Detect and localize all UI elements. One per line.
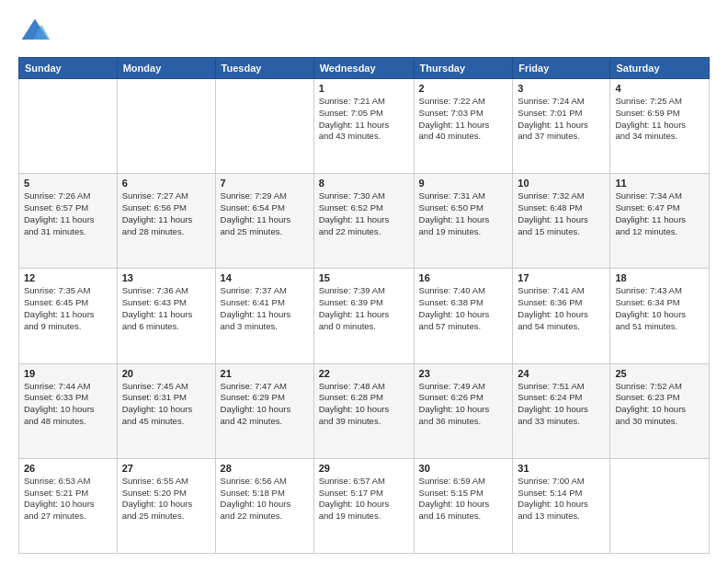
day-info: Sunrise: 6:59 AM Sunset: 5:15 PM Dayligh…	[419, 476, 508, 523]
day-number: 11	[615, 178, 704, 189]
day-cell: 5Sunrise: 7:26 AM Sunset: 6:57 PM Daylig…	[19, 174, 118, 269]
day-cell: 19Sunrise: 7:44 AM Sunset: 6:33 PM Dayli…	[19, 363, 118, 458]
day-info: Sunrise: 7:34 AM Sunset: 6:47 PM Dayligh…	[615, 190, 704, 237]
logo	[18, 15, 55, 48]
day-number: 19	[24, 368, 112, 379]
day-info: Sunrise: 6:55 AM Sunset: 5:20 PM Dayligh…	[122, 476, 210, 523]
day-number: 4	[615, 83, 704, 94]
day-cell: 16Sunrise: 7:40 AM Sunset: 6:38 PM Dayli…	[414, 269, 513, 363]
header	[18, 15, 710, 48]
day-number: 22	[319, 368, 409, 379]
day-number: 5	[24, 178, 112, 189]
weekday-header-thursday: Thursday	[414, 58, 513, 79]
day-cell: 20Sunrise: 7:45 AM Sunset: 6:31 PM Dayli…	[117, 363, 215, 458]
weekday-header-friday: Friday	[513, 58, 610, 79]
day-info: Sunrise: 7:00 AM Sunset: 5:14 PM Dayligh…	[518, 476, 605, 523]
day-number: 26	[24, 463, 112, 474]
day-cell: 26Sunrise: 6:53 AM Sunset: 5:21 PM Dayli…	[19, 458, 118, 553]
week-row-2: 5Sunrise: 7:26 AM Sunset: 6:57 PM Daylig…	[19, 174, 710, 269]
day-number: 1	[319, 83, 409, 94]
day-cell	[117, 79, 215, 174]
day-info: Sunrise: 7:26 AM Sunset: 6:57 PM Dayligh…	[24, 190, 112, 237]
day-cell	[215, 79, 313, 174]
day-cell: 7Sunrise: 7:29 AM Sunset: 6:54 PM Daylig…	[215, 174, 313, 269]
day-cell: 24Sunrise: 7:51 AM Sunset: 6:24 PM Dayli…	[513, 363, 610, 458]
day-cell: 22Sunrise: 7:48 AM Sunset: 6:28 PM Dayli…	[313, 363, 414, 458]
day-info: Sunrise: 7:37 AM Sunset: 6:41 PM Dayligh…	[221, 285, 309, 332]
day-cell: 6Sunrise: 7:27 AM Sunset: 6:56 PM Daylig…	[117, 174, 215, 269]
day-number: 9	[419, 178, 508, 189]
day-info: Sunrise: 7:22 AM Sunset: 7:03 PM Dayligh…	[419, 96, 508, 143]
day-number: 6	[122, 178, 210, 189]
weekday-header-tuesday: Tuesday	[215, 58, 313, 79]
day-number: 21	[221, 368, 309, 379]
day-cell: 14Sunrise: 7:37 AM Sunset: 6:41 PM Dayli…	[215, 269, 313, 363]
day-info: Sunrise: 7:41 AM Sunset: 6:36 PM Dayligh…	[518, 285, 605, 332]
day-info: Sunrise: 7:48 AM Sunset: 6:28 PM Dayligh…	[319, 381, 409, 428]
day-number: 24	[518, 368, 605, 379]
day-number: 23	[419, 368, 508, 379]
weekday-header-monday: Monday	[117, 58, 215, 79]
day-info: Sunrise: 7:29 AM Sunset: 6:54 PM Dayligh…	[221, 190, 309, 237]
day-number: 13	[122, 272, 210, 283]
day-cell: 21Sunrise: 7:47 AM Sunset: 6:29 PM Dayli…	[215, 363, 313, 458]
day-info: Sunrise: 7:21 AM Sunset: 7:05 PM Dayligh…	[319, 96, 409, 143]
day-info: Sunrise: 7:25 AM Sunset: 6:59 PM Dayligh…	[615, 96, 704, 143]
day-info: Sunrise: 7:36 AM Sunset: 6:43 PM Dayligh…	[122, 285, 210, 332]
day-number: 2	[419, 83, 508, 94]
weekday-header-row: SundayMondayTuesdayWednesdayThursdayFrid…	[19, 58, 710, 79]
day-cell: 12Sunrise: 7:35 AM Sunset: 6:45 PM Dayli…	[19, 269, 118, 363]
day-info: Sunrise: 7:40 AM Sunset: 6:38 PM Dayligh…	[419, 285, 508, 332]
day-number: 10	[518, 178, 605, 189]
day-cell: 3Sunrise: 7:24 AM Sunset: 7:01 PM Daylig…	[513, 79, 610, 174]
week-row-3: 12Sunrise: 7:35 AM Sunset: 6:45 PM Dayli…	[19, 269, 710, 363]
day-cell: 15Sunrise: 7:39 AM Sunset: 6:39 PM Dayli…	[313, 269, 414, 363]
day-number: 12	[24, 272, 112, 283]
day-info: Sunrise: 7:31 AM Sunset: 6:50 PM Dayligh…	[419, 190, 508, 237]
day-info: Sunrise: 7:30 AM Sunset: 6:52 PM Dayligh…	[319, 190, 409, 237]
day-number: 27	[122, 463, 210, 474]
day-cell: 25Sunrise: 7:52 AM Sunset: 6:23 PM Dayli…	[610, 363, 710, 458]
week-row-1: 1Sunrise: 7:21 AM Sunset: 7:05 PM Daylig…	[19, 79, 710, 174]
week-row-4: 19Sunrise: 7:44 AM Sunset: 6:33 PM Dayli…	[19, 363, 710, 458]
day-cell: 4Sunrise: 7:25 AM Sunset: 6:59 PM Daylig…	[610, 79, 710, 174]
day-cell: 10Sunrise: 7:32 AM Sunset: 6:48 PM Dayli…	[513, 174, 610, 269]
day-info: Sunrise: 7:32 AM Sunset: 6:48 PM Dayligh…	[518, 190, 605, 237]
day-cell: 2Sunrise: 7:22 AM Sunset: 7:03 PM Daylig…	[414, 79, 513, 174]
day-info: Sunrise: 6:53 AM Sunset: 5:21 PM Dayligh…	[24, 476, 112, 523]
day-number: 29	[319, 463, 409, 474]
weekday-header-saturday: Saturday	[610, 58, 710, 79]
day-cell: 29Sunrise: 6:57 AM Sunset: 5:17 PM Dayli…	[313, 458, 414, 553]
day-number: 7	[221, 178, 309, 189]
day-info: Sunrise: 7:49 AM Sunset: 6:26 PM Dayligh…	[419, 381, 508, 428]
day-number: 14	[221, 272, 309, 283]
day-cell: 28Sunrise: 6:56 AM Sunset: 5:18 PM Dayli…	[215, 458, 313, 553]
day-info: Sunrise: 6:56 AM Sunset: 5:18 PM Dayligh…	[221, 476, 309, 523]
weekday-header-sunday: Sunday	[19, 58, 118, 79]
day-cell: 30Sunrise: 6:59 AM Sunset: 5:15 PM Dayli…	[414, 458, 513, 553]
day-info: Sunrise: 7:51 AM Sunset: 6:24 PM Dayligh…	[518, 381, 605, 428]
day-cell: 23Sunrise: 7:49 AM Sunset: 6:26 PM Dayli…	[414, 363, 513, 458]
day-cell: 8Sunrise: 7:30 AM Sunset: 6:52 PM Daylig…	[313, 174, 414, 269]
day-info: Sunrise: 7:44 AM Sunset: 6:33 PM Dayligh…	[24, 381, 112, 428]
day-info: Sunrise: 7:52 AM Sunset: 6:23 PM Dayligh…	[615, 381, 704, 428]
day-info: Sunrise: 7:39 AM Sunset: 6:39 PM Dayligh…	[319, 285, 409, 332]
weekday-header-wednesday: Wednesday	[313, 58, 414, 79]
generalblue-logo-icon	[18, 15, 51, 48]
day-number: 25	[615, 368, 704, 379]
day-info: Sunrise: 7:27 AM Sunset: 6:56 PM Dayligh…	[122, 190, 210, 237]
week-row-5: 26Sunrise: 6:53 AM Sunset: 5:21 PM Dayli…	[19, 458, 710, 553]
day-cell: 17Sunrise: 7:41 AM Sunset: 6:36 PM Dayli…	[513, 269, 610, 363]
day-cell: 27Sunrise: 6:55 AM Sunset: 5:20 PM Dayli…	[117, 458, 215, 553]
day-cell: 1Sunrise: 7:21 AM Sunset: 7:05 PM Daylig…	[313, 79, 414, 174]
day-cell: 31Sunrise: 7:00 AM Sunset: 5:14 PM Dayli…	[513, 458, 610, 553]
day-cell	[19, 79, 118, 174]
day-number: 31	[518, 463, 605, 474]
day-number: 18	[615, 272, 704, 283]
day-number: 30	[419, 463, 508, 474]
day-info: Sunrise: 7:47 AM Sunset: 6:29 PM Dayligh…	[221, 381, 309, 428]
day-number: 28	[221, 463, 309, 474]
day-info: Sunrise: 7:45 AM Sunset: 6:31 PM Dayligh…	[122, 381, 210, 428]
day-cell: 9Sunrise: 7:31 AM Sunset: 6:50 PM Daylig…	[414, 174, 513, 269]
day-number: 15	[319, 272, 409, 283]
